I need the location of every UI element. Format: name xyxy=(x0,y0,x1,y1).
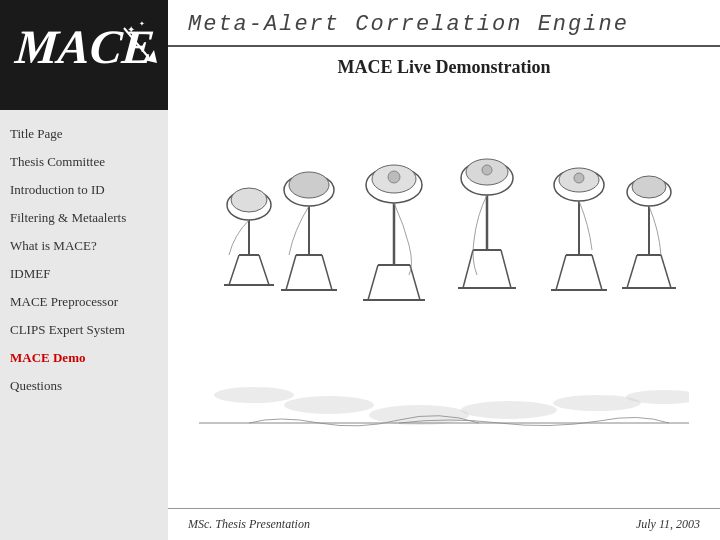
svg-point-21 xyxy=(388,171,400,183)
svg-point-13 xyxy=(289,172,329,198)
sidebar-item-filtering-metaalerts[interactable]: Filtering & Metaalerts xyxy=(0,204,168,232)
mace-logo-svg: MACE ✦ ✦ xyxy=(9,8,159,103)
svg-line-9 xyxy=(229,255,239,285)
svg-line-25 xyxy=(410,265,420,300)
svg-point-50 xyxy=(214,387,294,403)
sidebar-item-mace-preprocessor[interactable]: MACE Preprocessor xyxy=(0,288,168,316)
sidebar: MACE ✦ ✦ Title PageThesis CommitteeIntro… xyxy=(0,0,168,540)
footer: MSc. Thesis Presentation July 11, 2003 xyxy=(168,508,720,540)
svg-line-33 xyxy=(501,250,511,288)
sidebar-item-what-is-mace[interactable]: What is MACE? xyxy=(0,232,168,260)
footer-left: MSc. Thesis Presentation xyxy=(188,517,310,532)
svg-point-29 xyxy=(482,165,492,175)
svg-point-51 xyxy=(284,396,374,414)
sidebar-item-mace-demo[interactable]: MACE Demo xyxy=(0,344,168,372)
svg-line-32 xyxy=(463,250,473,288)
svg-line-17 xyxy=(322,255,332,290)
svg-line-10 xyxy=(259,255,269,285)
sidebar-item-questions[interactable]: Questions xyxy=(0,372,168,400)
svg-line-48 xyxy=(661,255,671,288)
svg-line-16 xyxy=(286,255,296,290)
sidebar-item-title-page[interactable]: Title Page xyxy=(0,120,168,148)
footer-right: July 11, 2003 xyxy=(636,517,700,532)
svg-text:✦: ✦ xyxy=(127,24,135,35)
sidebar-item-idmef[interactable]: IDMEF xyxy=(0,260,168,288)
sidebar-logo: MACE ✦ ✦ xyxy=(0,0,168,110)
main-content: Meta-Alert Correlation Engine MACE Live … xyxy=(168,0,720,540)
sidebar-navigation: Title PageThesis CommitteeIntroduction t… xyxy=(0,110,168,400)
svg-line-24 xyxy=(368,265,378,300)
content-area xyxy=(168,82,720,508)
sidebar-item-clips-expert-system[interactable]: CLIPS Expert System xyxy=(0,316,168,344)
svg-point-53 xyxy=(461,401,557,419)
svg-line-40 xyxy=(556,255,566,290)
header: Meta-Alert Correlation Engine xyxy=(168,0,720,47)
header-title: Meta-Alert Correlation Engine xyxy=(188,12,629,37)
svg-text:✦: ✦ xyxy=(139,20,145,28)
svg-point-44 xyxy=(632,176,666,198)
svg-point-37 xyxy=(574,173,584,183)
page-subtitle: MACE Live Demonstration xyxy=(168,47,720,82)
svg-point-52 xyxy=(369,405,469,425)
svg-line-47 xyxy=(627,255,637,288)
svg-line-41 xyxy=(592,255,602,290)
svg-point-6 xyxy=(231,188,267,212)
sidebar-item-introduction-to-id[interactable]: Introduction to ID xyxy=(0,176,168,204)
sidebar-item-thesis-committee[interactable]: Thesis Committee xyxy=(0,148,168,176)
spotlight-illustration xyxy=(199,145,689,445)
